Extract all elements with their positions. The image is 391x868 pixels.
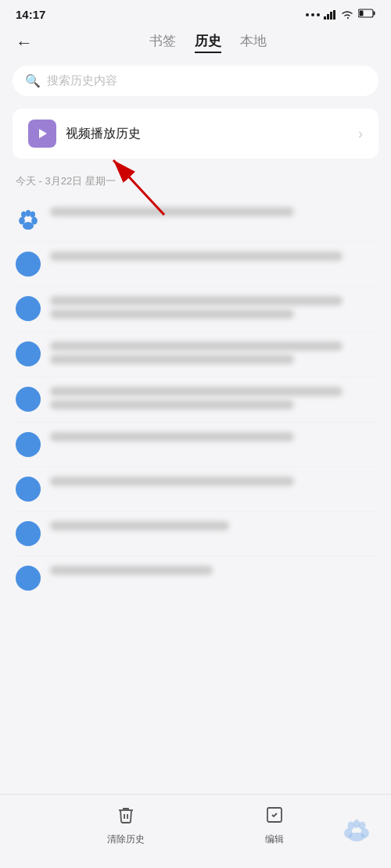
svg-point-19: [23, 348, 34, 359]
baidu-icon: [16, 207, 41, 232]
svg-point-22: [23, 484, 34, 495]
chevron-right-icon: ›: [358, 126, 363, 142]
history-content: [50, 296, 375, 322]
svg-point-20: [23, 394, 34, 405]
wifi-icon: [340, 9, 354, 20]
history-content: [50, 207, 375, 220]
history-url: [50, 400, 294, 409]
history-url: [50, 309, 294, 319]
svg-marker-10: [39, 129, 47, 138]
history-content: [50, 387, 375, 413]
bottom-bar: 清除历史 编辑: [0, 794, 391, 868]
svg-point-21: [23, 439, 34, 450]
list-item[interactable]: [13, 287, 378, 332]
status-time: 14:17: [16, 8, 45, 21]
site-logo-icon: [22, 258, 34, 270]
site-logo-icon: [22, 572, 34, 584]
site-logo-icon: [22, 393, 34, 405]
search-placeholder: 搜索历史内容: [47, 73, 117, 88]
list-item[interactable]: [13, 423, 378, 467]
svg-point-16: [26, 210, 30, 216]
history-content: [50, 252, 375, 264]
svg-point-13: [31, 217, 38, 225]
trash-svg: [117, 805, 135, 824]
list-item[interactable]: [13, 198, 378, 242]
battery-svg: [358, 9, 375, 18]
svg-rect-4: [327, 14, 329, 20]
signal-icon: [324, 10, 336, 20]
history-content: [50, 341, 375, 367]
svg-point-24: [23, 573, 34, 584]
svg-point-12: [19, 217, 25, 225]
history-title: [50, 521, 229, 530]
history-content: [50, 432, 375, 445]
status-bar: 14:17: [0, 0, 391, 26]
history-content: [50, 521, 375, 534]
history-url: [50, 355, 294, 364]
site-icon: [16, 432, 41, 457]
svg-point-18: [23, 303, 34, 314]
history-title: [50, 207, 294, 216]
video-history-row[interactable]: 视频播放历史 ›: [13, 109, 378, 159]
history-list: [0, 198, 391, 600]
history-title: [50, 252, 343, 261]
baidu-paw-icon: [16, 207, 41, 232]
back-button[interactable]: ←: [16, 34, 33, 52]
svg-point-2: [317, 13, 320, 16]
history-title: [50, 477, 294, 486]
site-logo-icon: [22, 438, 34, 451]
svg-point-33: [353, 820, 361, 828]
svg-point-14: [21, 211, 26, 217]
list-item[interactable]: [13, 332, 378, 377]
nav-tabs: 书签 历史 本地: [41, 32, 375, 53]
top-nav: ← 书签 历史 本地: [0, 26, 391, 63]
history-title: [50, 566, 213, 575]
site-icon: [16, 566, 41, 591]
tab-bookmarks[interactable]: 书签: [149, 32, 176, 53]
trash-icon: [117, 805, 135, 829]
clear-history-label: 清除历史: [107, 833, 145, 846]
list-item[interactable]: [13, 467, 378, 512]
clear-history-button[interactable]: 清除历史: [107, 805, 145, 846]
svg-rect-9: [360, 11, 364, 16]
history-title: [50, 432, 294, 441]
site-icon: [16, 521, 41, 546]
svg-rect-8: [374, 12, 375, 16]
status-icons: [306, 9, 375, 20]
search-bar[interactable]: 🔍 搜索历史内容: [13, 66, 378, 96]
baidu-watermark: [338, 820, 375, 846]
video-history-label: 视频播放历史: [66, 126, 358, 142]
tab-local[interactable]: 本地: [240, 32, 267, 53]
video-icon: [28, 120, 56, 148]
list-item[interactable]: [13, 377, 378, 423]
edit-svg: [265, 805, 284, 824]
list-item[interactable]: [13, 556, 378, 600]
history-content: [50, 566, 375, 578]
history-title: [50, 387, 343, 396]
search-icon: 🔍: [25, 73, 41, 88]
edit-label: 编辑: [265, 833, 284, 846]
svg-rect-5: [330, 12, 332, 20]
list-item[interactable]: [13, 242, 378, 287]
signal-dots-icon: [306, 10, 320, 20]
svg-point-15: [30, 211, 35, 217]
site-logo-icon: [22, 348, 34, 360]
site-logo-icon: [22, 527, 34, 540]
svg-rect-6: [333, 10, 335, 20]
edit-button[interactable]: 编辑: [265, 805, 284, 846]
site-icon: [16, 341, 41, 366]
baidu-logo-icon: [338, 820, 375, 843]
list-item[interactable]: [13, 512, 378, 556]
site-icon: [16, 296, 41, 321]
svg-point-17: [23, 259, 34, 270]
battery-icon: [358, 9, 375, 20]
svg-rect-3: [324, 16, 326, 20]
site-icon: [16, 387, 41, 412]
site-icon: [16, 252, 41, 277]
svg-point-23: [23, 528, 34, 539]
history-title: [50, 341, 343, 351]
date-label: 今天 - 3月22日 星期一: [0, 171, 391, 198]
svg-point-0: [306, 13, 309, 16]
tab-history[interactable]: 历史: [195, 32, 221, 53]
play-icon: [36, 127, 48, 140]
